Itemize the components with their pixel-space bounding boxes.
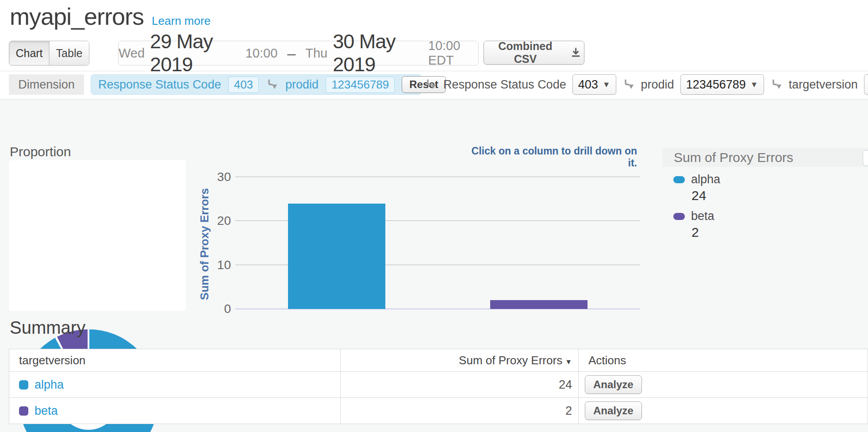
y-tick-0: 0 [190,302,231,316]
column-header-actions: Actions [579,349,868,372]
y-tick-30: 30 [190,170,231,184]
column-header-targetversion[interactable]: targetversion [9,349,341,372]
prodid-dropdown[interactable]: 123456789 ▼ [680,74,764,95]
gridline-30 [235,177,640,177]
drilldown-hint: Click on a column to drill down on it. [460,145,637,169]
download-icon [570,47,581,58]
drilldown-arrow-icon [770,78,783,91]
page-title: myapi_errors [10,3,144,30]
bar-chart-y-ticks: 3020100 [190,177,231,309]
series-swatch-alpha [19,380,28,390]
legend-header: Sum of Proxy Errors [662,148,868,167]
learn-more-link[interactable]: Learn more [152,14,211,28]
date-range-separator: – [287,45,296,62]
end-day: Thu [305,46,327,61]
legend-items: alpha24beta2 [673,173,859,246]
summary-row-alpha: alpha24Analyze [9,372,868,398]
chevron-down-icon: ▼ [750,80,758,89]
summary-title: Summary [10,318,85,338]
legend-item-alpha[interactable]: alpha24 [673,173,859,203]
y-tick-20: 20 [190,214,231,228]
summary-row-beta: beta2Analyze [9,398,868,424]
targetversion-dropdown[interactable]: All ▼ [864,74,868,95]
proportion-title: Proportion [10,144,71,159]
column-header-metric[interactable]: Sum of Proxy Errors▼ [341,349,579,372]
legend-label: beta [691,209,714,223]
drilldown-arrow-icon [266,78,278,91]
legend-value: 24 [691,188,859,203]
bar-plot [235,177,640,309]
start-date: 29 May 2019 [150,30,240,76]
drilldown-arrow-icon [622,78,635,91]
view-toggle: Chart Table [9,41,89,66]
legend-title: Sum of Proxy Errors [662,150,793,165]
analytics-dashboard: myapi_errors Learn more Chart Table Wed … [0,0,868,432]
combined-csv-button[interactable]: Combined CSV [484,41,584,65]
legend-item-beta[interactable]: beta2 [673,209,859,240]
chevron-down-icon: ▼ [603,80,611,89]
bar-alpha[interactable] [288,204,385,309]
start-time: 10:00 [246,46,278,61]
start-day: Wed [119,46,145,61]
table-view-button[interactable]: Table [49,41,89,65]
metric-value: 24 [341,372,579,398]
date-range-picker[interactable]: Wed 29 May 2019 10:00 – Thu 30 May 2019 … [118,41,479,66]
dimension-value-link[interactable]: alpha [35,378,64,391]
filter-name-prodid: prodid [641,78,674,92]
filter-controls: Response Status Code 403 ▼ prodid 123456… [421,74,868,95]
legend-value: 2 [691,225,859,240]
legend-swatch-beta [673,213,685,220]
end-date: 30 May 2019 [333,30,423,76]
analyze-button[interactable]: Analyze [585,375,642,394]
summary-header-row: targetversion Sum of Proxy Errors▼ Actio… [9,349,868,372]
summary-table-body: alpha24Analyzebeta2Analyze [9,372,868,424]
response-status-code-dropdown[interactable]: 403 ▼ [572,74,616,95]
breadcrumb-dimension-name[interactable]: Response Status Code [98,78,221,92]
breadcrumb-dimension-value[interactable]: 123456789 [326,77,395,93]
dimension-value-link[interactable]: beta [35,404,58,417]
summary-table: targetversion Sum of Proxy Errors▼ Actio… [9,349,868,424]
proportion-chart-card [9,160,186,311]
page-header: myapi_errors Learn more [10,3,211,30]
y-tick-10: 10 [190,258,231,272]
sort-descending-icon: ▼ [565,358,572,366]
filter-name-response-status-code: Response Status Code [443,78,566,92]
legend-label: alpha [691,173,720,186]
dimension-label: Dimension [9,74,84,95]
drilldown-breadcrumb: Response Status Code 403 prodid 12345678… [91,74,422,95]
breadcrumb-dimension-value[interactable]: 403 [228,77,259,93]
legend-collapse-button[interactable] [863,150,868,166]
legend-swatch-alpha [673,176,685,183]
drilldown-arrow-icon [425,78,437,91]
metric-value: 2 [341,398,579,424]
dimension-bar: Dimension Response Status Code 403 prodi… [0,74,868,95]
end-time: 10:00 EDT [428,39,478,68]
bar-beta[interactable] [490,300,588,309]
analyze-button[interactable]: Analyze [585,401,642,420]
chart-view-button[interactable]: Chart [9,41,49,65]
filter-name-targetversion: targetversion [789,78,858,92]
breadcrumb-dimension-name[interactable]: prodid [285,78,319,92]
combined-csv-label: Combined CSV [487,40,564,66]
series-swatch-beta [19,406,28,416]
toolbar: Chart Table Wed 29 May 2019 10:00 – Thu … [0,41,868,66]
